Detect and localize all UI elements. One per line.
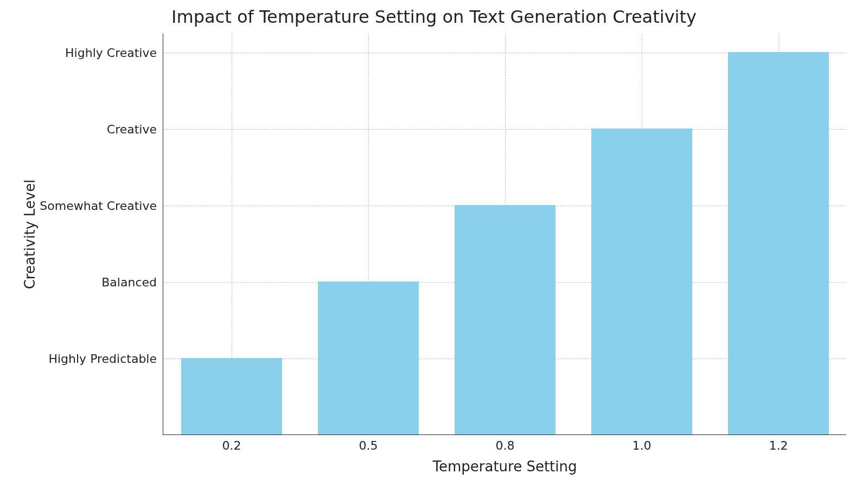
y-tick-label: Creative: [107, 123, 157, 136]
bar: [728, 52, 829, 434]
y-tick-label: Highly Predictable: [48, 352, 157, 366]
y-tick-label: Somewhat Creative: [40, 199, 157, 213]
x-tick-label: 1.2: [769, 439, 788, 452]
x-tick-label: 1.0: [633, 439, 652, 452]
bar: [591, 129, 692, 434]
x-axis-label: Temperature Setting: [163, 458, 846, 475]
bar: [318, 282, 419, 434]
chart-container: Impact of Temperature Setting on Text Ge…: [0, 0, 868, 486]
x-tick-label: 0.5: [359, 439, 378, 452]
y-axis-label: Creativity Level: [22, 180, 38, 290]
bar: [455, 205, 556, 434]
y-tick-label: Highly Creative: [65, 46, 157, 60]
y-tick-label: Balanced: [101, 276, 157, 289]
chart-title: Impact of Temperature Setting on Text Ge…: [0, 7, 868, 27]
x-tick-label: 0.2: [222, 439, 241, 452]
bar: [181, 358, 282, 434]
plot-area: Temperature Setting Highly PredictableBa…: [163, 34, 846, 435]
y-axis-label-wrap: Creativity Level: [22, 34, 38, 435]
x-tick-label: 0.8: [496, 439, 515, 452]
